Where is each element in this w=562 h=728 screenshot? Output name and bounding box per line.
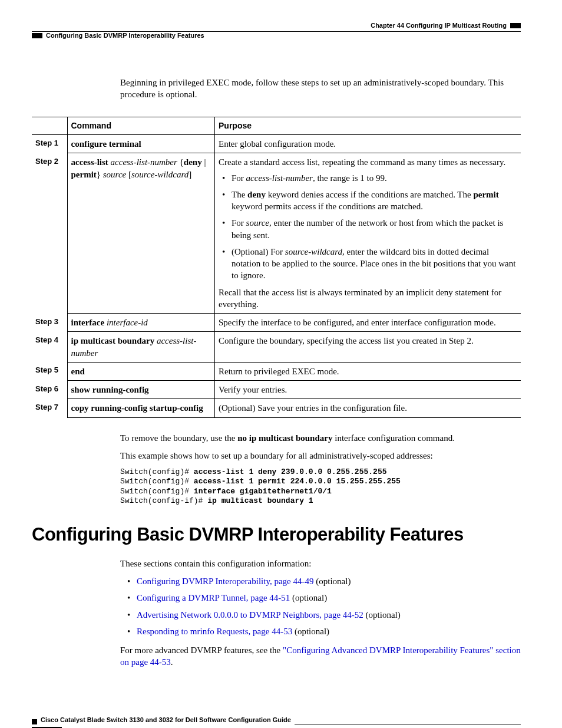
command-cell: configure terminal: [67, 135, 215, 153]
table-row: Step 4 ip multicast boundary access-list…: [32, 332, 521, 363]
toc-link[interactable]: Configuring DVMRP Interoperability, page…: [137, 577, 314, 586]
footer-square-icon: [32, 719, 37, 724]
section-heading: Configuring Basic DVMRP Interoperability…: [32, 522, 521, 547]
step-label: Step 2: [32, 153, 67, 314]
command-cell: end: [67, 362, 215, 380]
toc-link[interactable]: Advertising Network 0.0.0.0 to DVMRP Nei…: [137, 610, 363, 620]
toc-intro: These sections contain this configuratio…: [120, 558, 521, 569]
command-cell: ip multicast boundary access-list-number: [67, 332, 215, 363]
step-label: Step 1: [32, 135, 67, 153]
table-row: Step 5 end Return to privileged EXEC mod…: [32, 362, 521, 380]
purpose-cell: (Optional) Save your entries in the conf…: [215, 399, 521, 417]
toc-link[interactable]: Responding to mrinfo Requests, page 44-5…: [137, 627, 292, 636]
procedure-table: Command Purpose Step 1 configure termina…: [32, 117, 521, 417]
purpose-list: For access-list-number, the range is 1 t…: [219, 172, 517, 282]
code-example: Switch(config)# access-list 1 deny 239.0…: [120, 467, 521, 506]
page-footer: Cisco Catalyst Blade Switch 3130 and 303…: [32, 716, 521, 728]
toc-section: These sections contain this configuratio…: [120, 558, 521, 668]
toc-link[interactable]: Configuring a DVMRP Tunnel, page 44-51: [137, 593, 290, 602]
step-label: Step 6: [32, 381, 67, 399]
chapter-label: Chapter 44 Configuring IP Multicast Rout…: [371, 21, 507, 30]
step-label: Step 3: [32, 314, 67, 332]
purpose-text: Recall that the access list is always te…: [219, 286, 517, 311]
purpose-cell: Enter global configuration mode.: [215, 135, 521, 153]
example-intro: This example shows how to set up a bound…: [120, 450, 521, 462]
list-item: The deny keyword denies access if the co…: [219, 189, 517, 213]
guide-title: Cisco Catalyst Blade Switch 3130 and 303…: [41, 716, 291, 724]
page-header: Chapter 44 Configuring IP Multicast Rout…: [32, 21, 521, 30]
purpose-cell: Return to privileged EXEC mode.: [215, 362, 521, 380]
list-item: Configuring a DVMRP Tunnel, page 44-51 (…: [120, 592, 521, 604]
after-table-content: To remove the boundary, use the no ip mu…: [120, 432, 521, 506]
command-cell: show running-config: [67, 381, 215, 399]
command-cell: copy running-config startup-config: [67, 399, 215, 417]
purpose-cell: Specify the interface to be configured, …: [215, 314, 521, 332]
table-row: Step 6 show running-config Verify your e…: [32, 381, 521, 399]
table-row: Step 2 access-list access-list-number {d…: [32, 153, 521, 314]
step-label: Step 5: [32, 362, 67, 380]
purpose-cell: Verify your entries.: [215, 381, 521, 399]
list-item: Responding to mrinfo Requests, page 44-5…: [120, 625, 521, 637]
table-row: Step 7 copy running-config startup-confi…: [32, 399, 521, 417]
toc-list: Configuring DVMRP Interoperability, page…: [120, 575, 521, 637]
table-row: Step 1 configure terminal Enter global c…: [32, 135, 521, 153]
footer-rule: [295, 724, 521, 724]
list-item: Advertising Network 0.0.0.0 to DVMRP Nei…: [120, 609, 521, 621]
section-label: Configuring Basic DVMRP Interoperability…: [46, 31, 204, 40]
remove-boundary-text: To remove the boundary, use the no ip mu…: [120, 432, 521, 444]
toc-outro: For more advanced DVMRP features, see th…: [120, 644, 521, 668]
command-cell: interface interface-id: [67, 314, 215, 332]
col-command: Command: [67, 117, 215, 135]
purpose-text: Create a standard access list, repeating…: [219, 156, 517, 168]
purpose-cell: Create a standard access list, repeating…: [215, 153, 521, 314]
step-label: Step 4: [32, 332, 67, 363]
step-label: Step 7: [32, 399, 67, 417]
header-bar-icon: [32, 33, 42, 38]
list-item: Configuring DVMRP Interoperability, page…: [120, 575, 521, 587]
list-item: For access-list-number, the range is 1 t…: [219, 172, 517, 184]
header-bar-icon: [510, 23, 521, 28]
purpose-cell: Configure the boundary, specifying the a…: [215, 332, 521, 363]
intro-paragraph: Beginning in privileged EXEC mode, follo…: [120, 77, 521, 101]
command-cell: access-list access-list-number {deny | p…: [67, 153, 215, 314]
list-item: (Optional) For source-wildcard, enter th…: [219, 246, 517, 282]
table-row: Step 3 interface interface-id Specify th…: [32, 314, 521, 332]
list-item: For source, enter the number of the netw…: [219, 217, 517, 241]
col-purpose: Purpose: [215, 117, 521, 135]
